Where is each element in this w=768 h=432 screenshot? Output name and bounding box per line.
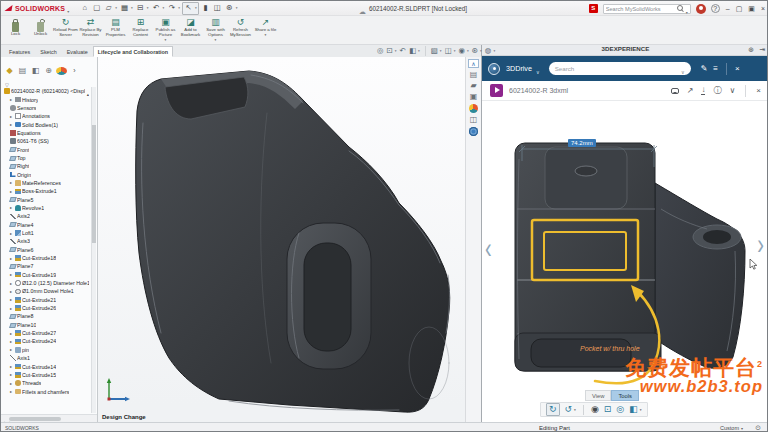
scrollbar-thumb[interactable] — [9, 417, 61, 421]
previous-item-icon[interactable]: ‹ — [485, 231, 492, 266]
cut-extrude19[interactable]: ▸ Cut-Extrude19 — [3, 271, 89, 279]
search-icon[interactable] — [677, 5, 684, 12]
mysolidworks-search-input[interactable]: Search MySolidWorks — [603, 4, 691, 14]
1-0mm-dowel-hole1[interactable]: ▸ Ø1.0mm Dowel Hole1 — [3, 287, 89, 295]
axis1[interactable]: Axis1 — [3, 354, 89, 362]
save-icon[interactable]: ▦ ▾ — [119, 2, 134, 15]
annotations[interactable]: ▸ Annotations — [3, 112, 89, 120]
pages-icon[interactable]: ▤ — [470, 71, 478, 79]
tree-horizontal-scrollbar[interactable] — [1, 414, 97, 422]
display-style-icon[interactable]: ◫ ▾ — [445, 47, 456, 55]
search-filter-caret-icon[interactable] — [681, 60, 685, 78]
drive-search-input[interactable]: Search — [549, 62, 691, 75]
share-a-file[interactable]: ↗ Share a file ▾ — [253, 16, 278, 44]
select-icon[interactable]: ↖ ▾ — [182, 2, 199, 15]
front[interactable]: Front — [3, 145, 89, 153]
plane5[interactable]: Plane5 — [3, 195, 89, 203]
matereferences[interactable]: ▸ MateReferences — [3, 179, 89, 187]
unlock[interactable]: Unlock — [28, 16, 53, 44]
chevron-down-icon[interactable]: ∨ — [729, 87, 735, 95]
publish-as-picture[interactable]: ▣ Publish as Picture ▾ — [153, 16, 178, 44]
sensors[interactable]: Sensors — [3, 104, 89, 112]
units-selector[interactable]: Custom — [720, 425, 743, 431]
share-icon[interactable]: ↗ — [687, 87, 694, 95]
rotate-icon[interactable]: ↻ — [546, 403, 560, 416]
evaluate[interactable]: Evaluate — [62, 46, 93, 57]
home-icon[interactable]: ⌂ — [79, 2, 90, 15]
print-icon[interactable]: ⊟ ▾ — [135, 2, 150, 15]
eye-icon[interactable]: ◉ — [591, 405, 599, 414]
dimension-label[interactable]: 74.2mm — [568, 139, 596, 147]
refresh-mysession[interactable]: ↺ Refresh MySession — [228, 16, 253, 44]
collapse-icon[interactable]: ∧ — [468, 59, 479, 68]
app-switch-caret-icon[interactable] — [536, 60, 540, 78]
6061-t6-ss[interactable]: 6061-T6 (SS) — [3, 137, 89, 145]
cut-extrude21[interactable]: ▸ Cut-Extrude21 — [3, 296, 89, 304]
revolve1[interactable]: ▸ Revolve1 — [3, 204, 89, 212]
cut-extrude15[interactable]: ▸ Cut-Extrude15 — [3, 371, 89, 379]
features[interactable]: Features — [4, 46, 35, 57]
plane4[interactable]: Plane4 — [3, 221, 89, 229]
zoom-icon[interactable]: ◎ — [616, 405, 624, 414]
new-document-icon[interactable]: ▢ — [91, 2, 102, 15]
properties-icon[interactable]: ▤ — [17, 67, 28, 75]
reload-from-server[interactable]: ↻ Reload From Server — [53, 16, 78, 44]
comment-icon[interactable] — [671, 88, 679, 94]
cut-extrude14[interactable]: ▸ Cut-Extrude14 — [3, 362, 89, 370]
next-item-icon[interactable]: › — [757, 227, 764, 262]
plm-properties[interactable]: ▤ PLM Properties — [103, 16, 128, 44]
pin-icon[interactable]: ⇥ — [759, 46, 765, 53]
configurations-icon[interactable]: ◧ — [30, 67, 41, 75]
sketch[interactable]: Sketch — [35, 46, 61, 57]
section-view-icon[interactable]: ◧ ▾ — [409, 47, 420, 55]
replace-by-revision[interactable]: ⇄ Replace By Revision — [78, 16, 103, 44]
lock[interactable]: Lock — [3, 16, 28, 44]
collapse-tree-icon[interactable] — [87, 87, 89, 100]
tree-root-item[interactable]: 60214002-R (60214002) <Display St — [3, 87, 89, 95]
pin[interactable]: ▸ pin — [3, 346, 89, 354]
tag-icon[interactable]: ✎ — [701, 65, 708, 73]
menu-icon[interactable]: ≡ — [713, 65, 718, 73]
plane7[interactable]: Plane7 — [3, 262, 89, 270]
cascade-icon[interactable]: ▣ — [748, 5, 755, 12]
section-icon[interactable]: ◧ ▾ — [629, 405, 641, 414]
options-icon[interactable]: ⊛ ▾ — [224, 2, 239, 15]
axis3[interactable]: Axis3 — [3, 237, 89, 245]
info-icon[interactable]: ⓘ — [713, 87, 721, 95]
web-icon[interactable] — [469, 127, 478, 136]
cut-extrude26[interactable]: ▸ Cut-Extrude26 — [3, 304, 89, 312]
view[interactable]: View — [585, 390, 611, 401]
scrollbar-thumb[interactable] — [92, 125, 96, 243]
boss-extrude1[interactable]: ▸ Boss-Extrude1 — [3, 187, 89, 195]
tags-icon[interactable]: ⊙ — [755, 424, 761, 432]
axis2[interactable]: Axis2 — [3, 212, 89, 220]
tools[interactable]: Tools — [611, 390, 639, 401]
compass-icon[interactable] — [488, 63, 500, 75]
plane8[interactable]: Plane8 — [3, 312, 89, 320]
window-icon[interactable]: ◫ — [212, 2, 223, 15]
layout-icon[interactable]: ◫ — [470, 116, 478, 124]
12-0-12-5-diameter-hole1[interactable]: ▸ Ø12.0 (12.5) Diameter Hole1 — [3, 279, 89, 287]
open-icon[interactable]: ▱ ▾ — [103, 2, 118, 15]
tree-filter[interactable] — [5, 78, 9, 86]
image-icon[interactable]: ▣ — [470, 93, 478, 101]
close-icon[interactable]: × — [735, 65, 740, 73]
replace-content[interactable]: ⊞ Replace Content — [128, 16, 153, 44]
plane10[interactable]: Plane10 — [3, 321, 89, 329]
save-with-options[interactable]: ▥ Save with Options ▾ — [203, 16, 228, 44]
app-name[interactable]: 3DDrive — [506, 64, 532, 73]
viewer-area[interactable]: 74.2mm ‹ › Pocket w/ thru hole View Tool… — [482, 101, 768, 422]
solid-bodies-1[interactable]: ▸ Solid Bodies(1) — [3, 120, 89, 128]
user-avatar[interactable] — [696, 4, 706, 14]
display-manager-icon[interactable] — [56, 67, 67, 75]
cut-extrude27[interactable]: ▸ Cut-Extrude27 — [3, 329, 89, 337]
minimize-icon[interactable]: – — [726, 5, 730, 12]
hide-items-icon[interactable]: ◉ ▾ — [458, 47, 468, 55]
redo-icon[interactable]: ↷ ▾ — [166, 2, 181, 15]
right[interactable]: Right — [3, 162, 89, 170]
tree-vertical-scrollbar[interactable] — [91, 87, 96, 413]
undo-icon[interactable]: ↶ ▾ — [151, 2, 166, 15]
expand-icon[interactable]: › — [69, 67, 80, 74]
graphics-viewport[interactable]: Design Change — [98, 57, 465, 422]
equations[interactable]: Equations — [3, 129, 89, 137]
